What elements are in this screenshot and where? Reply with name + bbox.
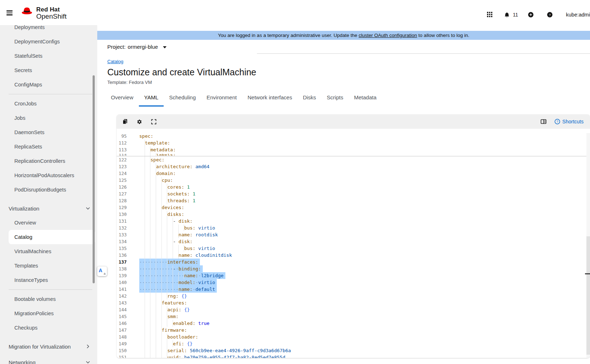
sidebar-item-secrets[interactable]: Secrets: [0, 63, 97, 77]
sidebar-item-overview[interactable]: Overview: [0, 216, 97, 230]
yaml-key: labels:: [156, 153, 176, 156]
sidebar-item-instancetypes[interactable]: InstanceTypes: [0, 273, 97, 287]
apps-grid-icon[interactable]: [487, 12, 492, 19]
sidebar-item-deployments[interactable]: Deployments: [0, 25, 97, 34]
menu-toggle-icon[interactable]: [6, 10, 13, 15]
tab-scripts[interactable]: Scripts: [322, 94, 349, 107]
line-number: 148: [117, 334, 127, 340]
yaml-line: 136name: cloudinitdisk: [117, 252, 590, 259]
oauth-configuration-link[interactable]: cluster OAuth configuration: [359, 33, 417, 38]
yaml-line: 124domain:: [117, 170, 590, 177]
page-subtitle: Template: Fedora VM: [107, 80, 590, 85]
yaml-key: bus:: [184, 225, 195, 231]
line-tokens: sockets: 1: [139, 191, 196, 197]
indent-guides: [139, 224, 184, 231]
yaml-line: 134- disk:: [117, 238, 590, 245]
line-number: 130: [117, 211, 127, 218]
line-number: 135: [117, 245, 127, 252]
tab-overview[interactable]: Overview: [106, 94, 139, 107]
yaml-key: binding:: [179, 266, 201, 271]
svg-text:?: ?: [549, 13, 551, 17]
user-menu[interactable]: kube:admin: [566, 12, 590, 18]
line-code: uuid: be70e759-e955-42f7-ba82-8ed5ed7e85…: [127, 354, 285, 358]
sidebar-item-configmaps[interactable]: ConfigMaps: [0, 77, 97, 92]
sidebar-section-migration-for-virtualization[interactable]: Migration for Virtualization: [0, 339, 97, 354]
line-number: 151: [117, 354, 127, 358]
line-code: bus: virtio: [127, 245, 215, 252]
indent-guides: [139, 238, 173, 245]
sidebar-section-networking[interactable]: Networking: [0, 355, 97, 364]
line-code: spec:: [127, 156, 164, 163]
tab-scheduling[interactable]: Scheduling: [164, 94, 201, 107]
sidebar-item-replicationcontrollers[interactable]: ReplicationControllers: [0, 154, 97, 168]
expand-icon[interactable]: [151, 119, 156, 124]
yaml-value: 1: [187, 184, 190, 190]
line-tokens: disks:: [139, 212, 184, 217]
line-code: ··········interfaces:: [127, 259, 200, 265]
indent-guides: [139, 231, 179, 238]
sidebar-item-catalog[interactable]: Catalog: [9, 230, 95, 244]
indent-guides: [139, 334, 167, 340]
yaml-line: 132bus: virtio: [117, 224, 590, 231]
sidebar-section-virtualization[interactable]: Virtualization: [0, 201, 97, 216]
sidebar-item-statefulsets[interactable]: StatefulSets: [0, 49, 97, 63]
sidebar-columns-icon[interactable]: [540, 119, 547, 124]
help-circle-icon[interactable]: ?: [547, 12, 553, 19]
yaml-editor[interactable]: 95spec:112template:113metadata:114labels…: [117, 129, 590, 358]
editor-scrollbar-thumb[interactable]: [586, 236, 590, 355]
line-number: 141: [117, 286, 127, 293]
line-number: 150: [117, 347, 127, 354]
page-body: Catalog Customize and create VirtualMach…: [97, 54, 590, 358]
tab-metadata[interactable]: Metadata: [348, 94, 382, 107]
line-code: threads: 1: [127, 197, 196, 204]
sidebar-item-bootable-volumes[interactable]: Bootable volumes: [0, 292, 97, 306]
notifications-bell-icon[interactable]: [504, 12, 510, 19]
yaml-line: 113metadata:: [117, 146, 590, 153]
indent-guides: [139, 184, 167, 190]
tab-yaml[interactable]: YAML: [139, 94, 164, 107]
sidebar-item-daemonsets[interactable]: DaemonSets: [0, 125, 97, 140]
line-number: 131: [117, 218, 127, 224]
line-tokens: bus: virtio: [139, 246, 215, 251]
sidebar-item-jobs[interactable]: Jobs: [0, 111, 97, 125]
line-code: - disk:: [127, 238, 193, 245]
sidebar-item-templates[interactable]: Templates: [0, 259, 97, 273]
copy-icon[interactable]: [122, 119, 128, 124]
settings-gear-icon[interactable]: [137, 119, 142, 124]
line-number: 132: [117, 224, 127, 231]
page-title: Customize and create VirtualMachine: [107, 67, 590, 77]
info-banner: You are logged in as a temporary adminis…: [97, 31, 590, 40]
translate-extension-icon[interactable]: A a: [97, 266, 107, 276]
yaml-key: spec:: [150, 157, 164, 162]
editor-toolbar: ? Shortcuts: [117, 114, 590, 129]
breadcrumb[interactable]: Catalog: [107, 59, 123, 64]
yaml-editor-panel: ? Shortcuts 95spec:112template:113metada…: [117, 114, 590, 358]
project-selector[interactable]: Project: ormergi-blue: [97, 40, 590, 54]
shortcuts-link[interactable]: ? Shortcuts: [554, 119, 584, 124]
sidebar-item-cronjobs[interactable]: CronJobs: [0, 96, 97, 111]
tab-network-interfaces[interactable]: Network interfaces: [242, 94, 298, 107]
sidebar-item-checkups[interactable]: Checkups: [0, 321, 97, 335]
yaml-line: 139················name:·l2bridge: [117, 272, 590, 279]
yaml-value: 1: [193, 191, 196, 197]
indent-guides: ············: [139, 265, 173, 272]
yaml-line: 142rng: {}: [117, 293, 590, 299]
line-tokens: rng: {}: [139, 293, 187, 299]
yaml-key: serial:: [167, 348, 187, 353]
banner-text-before: You are logged in as a temporary adminis…: [218, 33, 359, 38]
sidebar-item-horizontalpodautoscalers[interactable]: HorizontalPodAutoscalers: [0, 168, 97, 183]
sidebar-item-replicasets[interactable]: ReplicaSets: [0, 140, 97, 154]
tab-disks[interactable]: Disks: [298, 94, 322, 107]
chevron-down-icon: [163, 46, 167, 48]
yaml-key: threads:: [167, 198, 190, 203]
sidebar-item-deploymentconfigs[interactable]: DeploymentConfigs: [0, 34, 97, 49]
sidebar-item-migrationpolicies[interactable]: MigrationPolicies: [0, 306, 97, 321]
sidebar-scrollbar[interactable]: [93, 75, 95, 283]
notification-count[interactable]: 11: [513, 12, 518, 18]
sidebar-item-poddisruptionbudgets[interactable]: PodDisruptionBudgets: [0, 183, 97, 197]
yaml-value: cloudinitdisk: [196, 252, 232, 258]
add-circle-icon[interactable]: [528, 12, 534, 19]
yaml-key: name:: [179, 232, 193, 237]
tab-environment[interactable]: Environment: [201, 94, 242, 107]
sidebar-item-virtualmachines[interactable]: VirtualMachines: [0, 244, 97, 259]
